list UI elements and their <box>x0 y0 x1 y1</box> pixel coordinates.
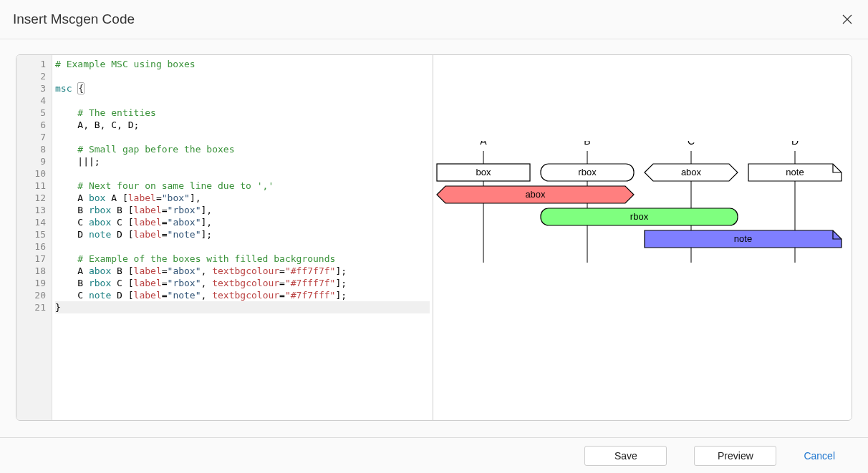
entity-label: B <box>584 141 590 147</box>
dialog-header: Insert Mscgen Code <box>0 0 868 39</box>
entity-label: C <box>688 141 695 147</box>
code-line <box>55 70 430 82</box>
dialog-footer: Save Preview Cancel <box>0 437 868 473</box>
entity-label: A <box>480 141 487 147</box>
code-line: } <box>55 301 430 313</box>
line-number-gutter: 123456789101112131415161718192021 <box>16 55 52 420</box>
code-line: # Example of the boxes with filled backg… <box>55 253 430 265</box>
preview-panel: ABCDboxrboxaboxnoteaboxrboxnote <box>433 55 852 420</box>
code-line: msc { <box>55 82 430 94</box>
close-icon <box>842 11 852 27</box>
box-label: abox <box>681 167 702 177</box>
box-label: note <box>734 233 752 244</box>
code-line: B rbox B [label="rbox"], <box>55 204 430 216</box>
code-line: A, B, C, D; <box>55 119 430 131</box>
code-line <box>55 94 430 107</box>
code-editor-panel: 123456789101112131415161718192021 # Exam… <box>16 55 433 420</box>
box-label: rbox <box>578 167 597 177</box>
save-button[interactable]: Save <box>584 446 667 466</box>
code-line: A abox B [label="abox", textbgcolour="#f… <box>55 265 430 277</box>
insert-mscgen-dialog: Insert Mscgen Code 123456789101112131415… <box>0 0 868 473</box>
code-line: C abox C [label="abox"], <box>55 216 430 228</box>
code-line: # Example MSC using boxes <box>55 58 430 70</box>
code-line: # Small gap before the boxes <box>55 143 430 155</box>
code-line: C note D [label="note", textbgcolour="#7… <box>55 289 430 301</box>
code-line <box>55 240 430 253</box>
msc-preview: ABCDboxrboxaboxnoteaboxrboxnote <box>433 141 850 327</box>
code-line: D note D [label="note"]; <box>55 228 430 240</box>
box-label: rbox <box>630 211 649 222</box>
code-line: # Next four on same line due to ',' <box>55 180 430 192</box>
code-line: # The entities <box>55 107 430 119</box>
box-label: box <box>476 167 491 177</box>
entity-label: D <box>791 141 799 147</box>
preview-button[interactable]: Preview <box>694 446 776 466</box>
dialog-title: Insert Mscgen Code <box>13 11 135 27</box>
cancel-button[interactable]: Cancel <box>804 450 835 462</box>
dialog-content: 123456789101112131415161718192021 # Exam… <box>0 39 868 437</box>
panels: 123456789101112131415161718192021 # Exam… <box>16 54 852 421</box>
box-label: abox <box>525 189 546 200</box>
box-label: note <box>786 167 804 177</box>
code-line <box>55 167 430 180</box>
code-line: A box A [label="box"], <box>55 192 430 204</box>
code-line: |||; <box>55 155 430 167</box>
close-button[interactable] <box>839 9 855 31</box>
code-line <box>55 131 430 143</box>
code-editor[interactable]: # Example MSC using boxesmsc { # The ent… <box>52 55 433 420</box>
code-line: B rbox C [label="rbox", textbgcolour="#7… <box>55 277 430 289</box>
